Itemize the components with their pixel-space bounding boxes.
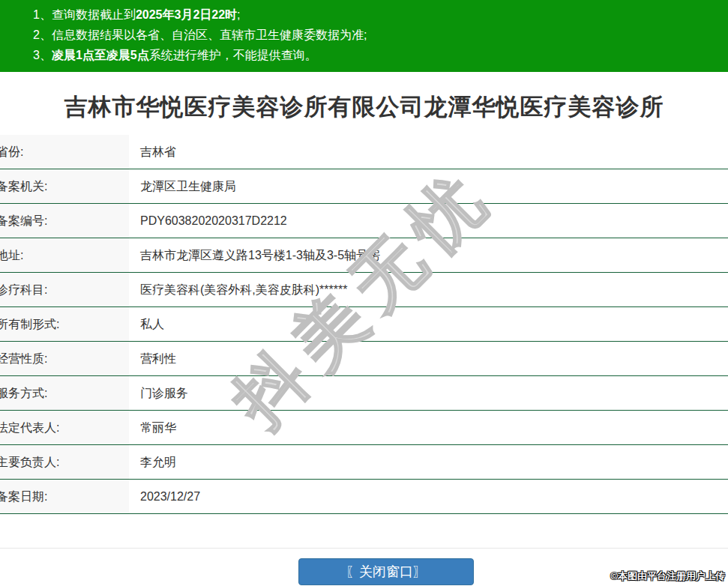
- table-row-service-mode: 服务方式: 门诊服务: [0, 376, 728, 411]
- row-label: 主要负责人:: [0, 445, 129, 479]
- row-label: 备案编号:: [0, 204, 129, 238]
- notice-text: 系统进行维护，不能提供查询。: [149, 49, 317, 61]
- row-label: 诊疗科目:: [0, 273, 129, 306]
- notice-number: 2、: [33, 28, 52, 41]
- close-window-button[interactable]: 〖关闭窗口〗: [298, 558, 474, 585]
- footer-divider: [0, 548, 728, 549]
- table-row-operation-nature: 经营性质: 营利性: [0, 342, 728, 376]
- notice-text: ;: [237, 8, 240, 21]
- row-value: 常丽华: [140, 411, 176, 444]
- record-table: 省份: 吉林省 备案机关: 龙潭区卫生健康局 备案编号: PDY60382020…: [0, 135, 728, 514]
- notice-line-1: 1、查询数据截止到2025年3月2日22时;: [33, 4, 728, 25]
- row-label: 地址:: [0, 238, 129, 272]
- row-label: 备案机关:: [0, 169, 129, 203]
- row-value: 李允明: [140, 445, 176, 479]
- row-value: 门诊服务: [140, 376, 188, 410]
- row-value: 医疗美容科(美容外科,美容皮肤科)******: [140, 273, 347, 306]
- table-row-legal-representative: 法定代表人: 常丽华: [0, 411, 728, 445]
- row-value: PDY6038202020317D2212: [140, 204, 287, 238]
- table-row-province: 省份: 吉林省: [0, 135, 728, 169]
- table-row-filing-date: 备案日期: 2023/12/27: [0, 480, 728, 514]
- row-label: 所有制形式:: [0, 307, 129, 341]
- table-row-filing-number: 备案编号: PDY6038202020317D2212: [0, 204, 728, 238]
- notice-bold-text: 凌晨1点至凌晨5点: [52, 49, 149, 61]
- table-row-treatment-subjects: 诊疗科目: 医疗美容科(美容外科,美容皮肤科)******: [0, 273, 728, 307]
- row-value: 2023/12/27: [140, 480, 200, 513]
- page-title: 吉林市华悦医疗美容诊所有限公司龙潭华悦医疗美容诊所: [0, 91, 728, 123]
- notice-text: 查询数据截止到: [52, 8, 136, 21]
- row-value: 吉林省: [140, 135, 176, 169]
- notice-banner: 1、查询数据截止到2025年3月2日22时; 2、信息数据结果以各省、自治区、直…: [0, 0, 728, 72]
- notice-line-3: 3、凌晨1点至凌晨5点系统进行维护，不能提供查询。: [33, 45, 728, 65]
- notice-number: 3、: [33, 49, 52, 61]
- table-row-ownership-form: 所有制形式: 私人: [0, 307, 728, 342]
- table-row-address: 地址: 吉林市龙潭区遵义路13号楼1-3轴及3-5轴号房: [0, 238, 728, 273]
- notice-line-2: 2、信息数据结果以各省、自治区、直辖市卫生健康委数据为准;: [33, 25, 728, 45]
- notice-bold-text: 2025年3月2日22时: [136, 8, 237, 21]
- query-result-page: 1、查询数据截止到2025年3月2日22时; 2、信息数据结果以各省、自治区、直…: [0, 0, 728, 586]
- row-label: 经营性质:: [0, 342, 129, 375]
- row-label: 法定代表人:: [0, 411, 129, 444]
- row-value: 私人: [140, 307, 164, 341]
- row-label: 服务方式:: [0, 376, 129, 410]
- table-row-main-responsible-person: 主要负责人: 李允明: [0, 445, 728, 480]
- row-label: 省份:: [0, 135, 129, 169]
- row-value: 吉林市龙潭区遵义路13号楼1-3轴及3-5轴号房: [140, 238, 380, 272]
- notice-text: 信息数据结果以各省、自治区、直辖市卫生健康委数据为准;: [52, 28, 367, 41]
- table-row-filing-authority: 备案机关: 龙潭区卫生健康局: [0, 169, 728, 204]
- row-label: 备案日期:: [0, 480, 129, 513]
- row-value: 龙潭区卫生健康局: [140, 169, 236, 203]
- row-value: 营利性: [140, 342, 176, 375]
- upload-credit-text: ©本图由平台注册用户上传: [610, 570, 725, 583]
- notice-number: 1、: [33, 8, 52, 21]
